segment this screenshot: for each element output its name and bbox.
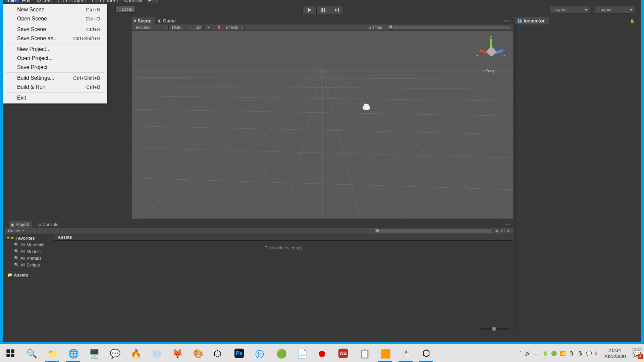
orientation-gizmo[interactable]: y x z Persp — [476, 35, 506, 75]
thumbnail-size-slider[interactable] — [479, 328, 509, 330]
search-icon: 🔍 — [376, 229, 380, 233]
tray-icon-3[interactable]: 🐧 — [577, 351, 583, 356]
scene-tabstrip: ⌗Scene ◐Game — [132, 17, 180, 24]
tray-icon-2[interactable]: 🐧 — [569, 351, 574, 356]
tree-all-materials[interactable]: 🔍All Materials — [5, 241, 54, 248]
tray[interactable]: ˄ 🔊 ☁️ 🔋 🟢 📶 🐧 🐧 💬 5 — [520, 351, 597, 356]
taskbar-edge[interactable]: 🌐 — [62, 344, 83, 362]
tray-icon-1[interactable]: 🟢 — [551, 351, 557, 356]
search-button[interactable]: 🔍 — [21, 344, 42, 362]
axis-center[interactable] — [486, 46, 496, 57]
file-save-scene-as[interactable]: Save Scene as...Ctrl+Shift+S — [3, 34, 107, 43]
battery-icon[interactable]: 🔋 — [542, 351, 548, 356]
file-save-project[interactable]: Save Project — [3, 63, 107, 72]
taskbar-app-2[interactable]: 🔥 — [125, 344, 146, 362]
taskbar-explorer[interactable]: 📁 — [42, 344, 62, 362]
scene-viewport[interactable]: y x z Persp — [132, 31, 513, 219]
tree-assets[interactable]: 📁Assets — [5, 272, 54, 278]
layers-dropdown[interactable]: Layers — [550, 6, 590, 13]
tree-all-prefabs[interactable]: 🔍All Prefabs — [5, 255, 54, 261]
taskbar-wechat[interactable]: 💬 — [104, 344, 125, 362]
file-new-scene[interactable]: New SceneCtrl+N — [3, 5, 107, 14]
taskbar-photoshop[interactable]: Ps — [229, 344, 250, 362]
axis-y-label: y — [490, 35, 492, 39]
tab-project[interactable]: ▣Project — [9, 221, 32, 228]
menu-edit[interactable]: Edit — [19, 0, 34, 2]
audio-toggle-icon[interactable]: 🔇 — [213, 24, 222, 31]
search-icon: 🔍 — [14, 249, 19, 254]
render-mode-dropdown[interactable]: RGB — [169, 24, 192, 31]
tree-all-models[interactable]: 🔍All Models — [5, 248, 54, 255]
tray-icon-4[interactable]: 💬 — [586, 351, 592, 356]
step-button[interactable] — [330, 6, 344, 14]
taskbar-app-5[interactable]: ⬡ — [208, 344, 229, 362]
project-content[interactable]: Assets This folder is empty — [54, 234, 513, 332]
local-toggle[interactable]: Local — [115, 6, 136, 13]
tab-console[interactable]: ▤Console — [36, 221, 62, 228]
clock[interactable]: 21:04 2023/3/30 — [601, 347, 629, 359]
search-icon: 🔍 — [389, 25, 394, 29]
scene-search-input[interactable] — [395, 25, 508, 29]
file-new-project[interactable]: New Project... — [3, 45, 107, 54]
svg-rect-23 — [6, 354, 10, 357]
taskbar-firefox[interactable]: 🦊 — [166, 344, 187, 362]
taskbar-chrome[interactable]: 🟢 — [270, 344, 291, 362]
notifications-button[interactable]: 💬6 — [632, 348, 642, 358]
taskbar-app-6[interactable]: Ⓗ — [250, 344, 270, 362]
tab-scene[interactable]: ⌗Scene — [132, 17, 155, 24]
taskbar-record[interactable]: ⏺ — [312, 344, 333, 362]
volume-icon[interactable]: 🔊 — [525, 351, 531, 356]
light-gizmo-icon[interactable] — [363, 105, 370, 110]
tree-all-scripts[interactable]: 🔍All Scripts — [5, 261, 54, 268]
breadcrumb[interactable]: Assets — [54, 234, 513, 241]
taskbar-notepad[interactable]: 📄 — [291, 344, 312, 362]
tray-icon-5[interactable]: 5 — [595, 351, 597, 356]
taskbar-app-4[interactable]: 🎨 — [187, 344, 208, 362]
file-open-project[interactable]: Open Project... — [3, 54, 107, 63]
lighting-toggle-icon[interactable]: ☀ — [204, 24, 213, 31]
taskbar-app-8[interactable]: 📋 — [354, 344, 374, 362]
shading-mode-dropdown[interactable]: Textured — [132, 24, 169, 31]
menu-gameobject[interactable]: GameObject — [55, 0, 89, 2]
taskbar-app-1[interactable]: 🖥️ — [83, 344, 104, 362]
taskbar-app-3[interactable]: ❄️ — [146, 344, 166, 362]
pause-button[interactable] — [316, 6, 330, 14]
menu-window[interactable]: Window — [121, 0, 145, 2]
taskbar-app-7[interactable]: AS — [333, 344, 354, 362]
clock-time: 21:04 — [603, 347, 626, 353]
projection-label[interactable]: Persp — [482, 69, 495, 73]
tray-overflow-icon[interactable]: ˄ — [520, 351, 522, 356]
menu-assets[interactable]: Assets — [34, 0, 55, 2]
file-exit[interactable]: Exit — [3, 93, 107, 102]
2d-toggle[interactable]: 2D — [192, 24, 204, 31]
save-search-icon[interactable]: ★ — [506, 229, 510, 233]
menu-file[interactable]: File — [5, 0, 19, 2]
scene-search[interactable]: 🔍 — [387, 25, 511, 30]
menu-component[interactable]: Component — [89, 0, 121, 2]
play-button[interactable] — [303, 6, 316, 14]
tab-game[interactable]: ◐Game — [156, 17, 180, 24]
project-panel-options-icon[interactable]: ▾≡ — [505, 222, 511, 227]
menu-help[interactable]: Help — [145, 0, 161, 2]
file-build-run[interactable]: Build & RunCtrl+B — [3, 82, 107, 92]
tab-inspector[interactable]: i Inspector — [516, 17, 549, 24]
onedrive-icon[interactable]: ☁️ — [534, 351, 539, 356]
effects-dropdown[interactable]: Effects — [222, 24, 245, 31]
taskbar-app-9[interactable]: 🟧 — [374, 344, 395, 362]
start-button[interactable] — [0, 344, 21, 362]
taskbar-app-10[interactable]: 🖱️ — [395, 344, 416, 362]
taskbar-unity[interactable] — [416, 344, 437, 362]
scene-panel-options-icon[interactable]: ▾≡ — [504, 19, 509, 23]
file-save-scene[interactable]: Save SceneCtrl+S — [3, 25, 107, 34]
file-build-settings[interactable]: Build Settings...Ctrl+Shift+B — [3, 73, 107, 82]
wifi-icon[interactable]: 📶 — [560, 351, 566, 356]
layout-dropdown[interactable]: Layout — [595, 6, 635, 13]
filter-by-label-icon[interactable]: 🏷 — [500, 229, 504, 233]
file-open-scene[interactable]: Open SceneCtrl+O — [3, 14, 107, 23]
tree-favorites[interactable]: ★Favorites — [5, 235, 54, 241]
gizmos-dropdown[interactable]: Gizmos — [365, 25, 385, 30]
project-search[interactable]: 🔍 — [373, 229, 493, 233]
notif-badge: 6 — [638, 354, 643, 359]
filter-by-type-icon[interactable]: ◆ — [495, 229, 498, 233]
create-dropdown[interactable]: Create — [8, 229, 24, 233]
